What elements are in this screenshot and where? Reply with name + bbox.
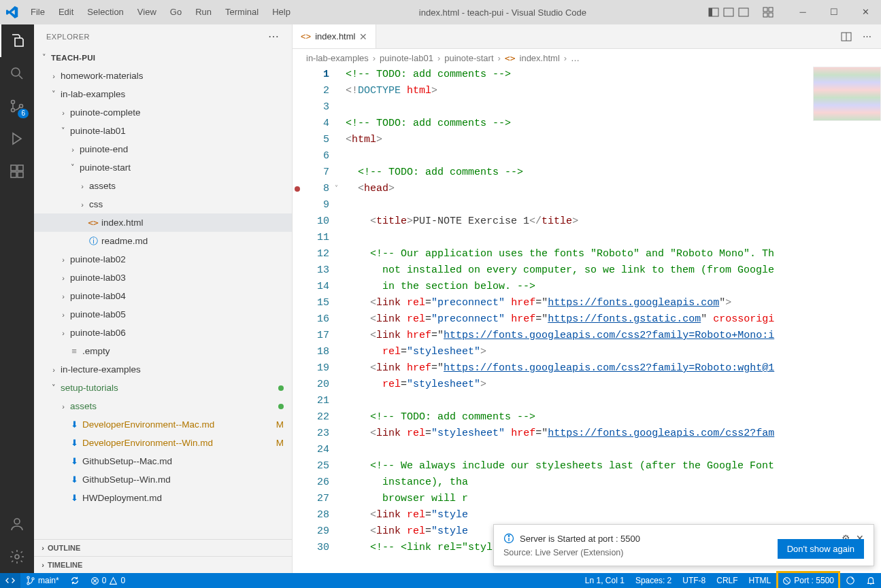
tree-folder[interactable]: ˅puinote-lab01 [34,122,292,140]
layout-right-icon[interactable] [738,7,749,18]
activity-settings-icon[interactable] [0,540,34,573]
tree-file[interactable]: ⬇GithubSetup--Win.md [34,470,292,489]
status-remote-icon[interactable] [0,573,20,588]
close-icon[interactable]: ✕ [850,0,881,24]
code-line[interactable]: 27 browser will r [293,491,881,507]
code-line[interactable]: 18 rel="stylesheet"> [293,344,881,360]
tree-folder[interactable]: ›puinote-lab04 [34,287,292,305]
maximize-icon[interactable]: ☐ [818,0,850,24]
tree-file[interactable]: ⬇DeveloperEnvironment--Win.mdM [34,434,292,452]
code-line[interactable]: 24 [293,442,881,458]
split-editor-icon[interactable] [841,31,852,42]
tree-file[interactable]: ⬇HWDeployment.md [34,489,292,507]
status-bell-icon[interactable] [861,573,881,588]
activity-account-icon[interactable] [0,508,34,540]
tree-folder[interactable]: ›homework-materials [34,67,292,85]
status-spaces[interactable]: Spaces: 2 [630,573,677,588]
layout-bottom-icon[interactable] [723,7,734,18]
menu-selection[interactable]: Selection [80,0,130,24]
tree-folder[interactable]: ›puinote-lab02 [34,250,292,269]
code-line[interactable]: 17 <link href="https://fonts.googleapis.… [293,328,881,344]
code-line[interactable]: 14 in the section below. --> [293,279,881,295]
breadcrumbs[interactable]: in-lab-examples› puinote-lab01› puinote-… [293,49,881,67]
tree-folder[interactable]: ›puinote-complete [34,103,292,122]
tree-folder[interactable]: ›puinote-lab06 [34,324,292,342]
code-line[interactable]: 28 <link rel="style [293,507,881,523]
status-port[interactable]: Port : 5500 [776,571,840,588]
tree-folder[interactable]: ›assets [34,177,292,195]
code-line[interactable]: 11 [293,230,881,246]
code-line[interactable]: 13 not installed on every computer, so w… [293,262,881,279]
menu-view[interactable]: View [131,0,163,24]
outline-section[interactable]: › OUTLINE [34,539,292,556]
tab-index-html[interactable]: <> index.html ✕ [293,24,376,48]
menu-go[interactable]: Go [163,0,188,24]
status-sync[interactable] [65,573,85,588]
code-line[interactable]: 21 [293,393,881,409]
tree-folder[interactable]: ˅puinote-start [34,158,292,177]
status-encoding[interactable]: UTF-8 [677,573,711,588]
editor-more-icon[interactable]: ⋯ [863,31,871,41]
code-line[interactable]: 26 instance), tha [293,474,881,491]
code-line[interactable]: 1<!-- TODO: add comments --> [293,67,881,83]
tree-file[interactable]: <>index.html [34,213,292,232]
menu-terminal[interactable]: Terminal [218,0,265,24]
code-line[interactable]: 2<!DOCTYPE html> [293,83,881,99]
tree-folder[interactable]: ›css [34,195,292,213]
sidebar-more-icon[interactable]: ⋯ [268,30,280,43]
menu-help[interactable]: Help [265,0,297,24]
timeline-section[interactable]: › TIMELINE [34,556,292,573]
code-line[interactable]: 20 rel="stylesheet"> [293,377,881,393]
status-lncol[interactable]: Ln 1, Col 1 [580,573,630,588]
minimap[interactable] [813,67,881,121]
code-line[interactable]: 25 <!-- We always include our stylesheet… [293,458,881,474]
tree-file[interactable]: ⬇GithubSetup--Mac.md [34,452,292,470]
tree-folder[interactable]: ˅TEACH-PUI [34,48,292,67]
code-line[interactable]: 12 <!-- Our application uses the fonts "… [293,246,881,262]
code-line[interactable]: 7 <!-- TODO: add comments --> [293,165,881,181]
menu-file[interactable]: File [24,0,52,24]
code-line[interactable]: 23 <link rel="stylesheet" href="https://… [293,426,881,442]
code-line[interactable]: 19 <link href="https://fonts.googleapis.… [293,360,881,377]
activity-extensions-icon[interactable] [0,155,34,188]
activity-explorer-icon[interactable] [0,24,34,57]
menu-run[interactable]: Run [188,0,218,24]
tree-folder[interactable]: ›puinote-end [34,140,292,158]
status-feedback-icon[interactable] [840,573,861,588]
code-line[interactable]: 4<!-- TODO: add comments --> [293,116,881,132]
code-line[interactable]: 5<html> [293,132,881,148]
code-line[interactable]: 16 <link rel="preconnect" href="https://… [293,311,881,328]
minimize-icon[interactable]: ─ [787,0,818,24]
tree-file[interactable]: ≡.empty [34,342,292,360]
breadcrumb-item[interactable]: index.html [520,53,560,63]
activity-search-icon[interactable] [0,57,34,90]
activity-scm-icon[interactable]: 6 [0,90,34,122]
menu-edit[interactable]: Edit [52,0,80,24]
customize-layout-icon[interactable] [763,7,774,18]
code-line[interactable]: 15 <link rel="preconnect" href="https://… [293,295,881,311]
status-eol[interactable]: CRLF [711,573,743,588]
breadcrumb-item[interactable]: puinote-lab01 [380,53,433,63]
layout-left-icon[interactable] [708,7,719,18]
tree-folder[interactable]: ›puinote-lab03 [34,269,292,287]
code-editor[interactable]: 1<!-- TODO: add comments -->2<!DOCTYPE h… [293,67,881,573]
status-branch[interactable]: main* [20,573,65,588]
tree-file[interactable]: ⓘreadme.md [34,232,292,250]
dont-show-again-button[interactable]: Don't show again [778,539,864,559]
tree-folder[interactable]: ›assets [34,397,292,415]
tab-close-icon[interactable]: ✕ [359,31,367,42]
tree-folder[interactable]: ›puinote-lab05 [34,305,292,324]
code-line[interactable]: 3 [293,99,881,116]
breadcrumb-item[interactable]: … [571,53,580,63]
breakpoint-icon[interactable] [295,186,300,192]
breadcrumb-item[interactable]: in-lab-examples [306,53,369,63]
activity-debug-icon[interactable] [0,122,34,155]
code-line[interactable]: 6 [293,148,881,165]
tree-folder[interactable]: ›in-lecture-examples [34,360,292,379]
status-lang[interactable]: HTML [744,573,777,588]
tree-folder[interactable]: ˅in-lab-examples [34,85,292,103]
status-problems[interactable]: 0 0 [85,573,131,588]
code-line[interactable]: 22 <!-- TODO: add comments --> [293,409,881,426]
code-line[interactable]: 9 [293,197,881,213]
tree-folder[interactable]: ˅setup-tutorials [34,379,292,397]
